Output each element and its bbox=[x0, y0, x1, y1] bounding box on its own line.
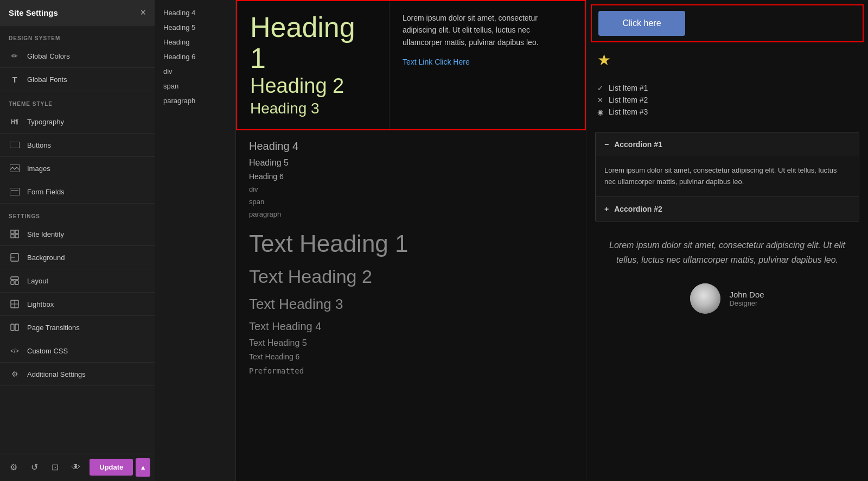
preview-icon[interactable]: 👁 bbox=[67, 458, 85, 477]
layout-icon bbox=[9, 275, 21, 287]
background-label: Background bbox=[27, 254, 65, 262]
list-item-3: ◉ List Item #3 bbox=[597, 106, 857, 118]
text-link[interactable]: Text Link Click Here bbox=[403, 58, 470, 66]
design-system-label: DESIGN SYSTEM bbox=[0, 26, 155, 45]
sidebar-item-global-fonts[interactable]: T Global Fonts bbox=[0, 68, 155, 91]
element-span[interactable]: span bbox=[155, 79, 235, 93]
text-heading-3: Text Heading 3 bbox=[249, 292, 573, 317]
sidebar-item-layout[interactable]: Layout bbox=[0, 269, 155, 293]
click-here-button[interactable]: Click here bbox=[598, 11, 685, 36]
global-fonts-label: Global Fonts bbox=[27, 75, 67, 84]
update-chevron[interactable]: ▲ bbox=[136, 458, 150, 477]
heading-4: Heading 4 bbox=[249, 137, 573, 156]
element-paragraph[interactable]: paragraph bbox=[155, 93, 235, 108]
responsive-icon[interactable]: ⊡ bbox=[46, 458, 65, 477]
star-section: ★ bbox=[586, 42, 868, 78]
accordion-section: − Accordion #1 Lorem ipsum dolor sit ame… bbox=[595, 132, 859, 221]
click-here-section: Click here bbox=[591, 4, 864, 42]
person-role: Designer bbox=[729, 299, 764, 307]
sidebar-item-site-identity[interactable]: Site Identity bbox=[0, 223, 155, 246]
accordion-header-2[interactable]: + Accordion #2 bbox=[596, 197, 859, 221]
sidebar: Site Settings × DESIGN SYSTEM ✏ Global C… bbox=[0, 0, 155, 481]
buttons-icon bbox=[9, 139, 21, 151]
sidebar-bottom-bar: ⚙ ↺ ⊡ 👁 Update ▲ bbox=[0, 453, 155, 481]
svg-rect-7 bbox=[15, 235, 18, 238]
heading-3: Heading 3 bbox=[250, 99, 376, 118]
custom-css-label: Custom CSS bbox=[27, 347, 68, 355]
theme-style-label: THEME STYLE bbox=[0, 91, 155, 110]
element-heading6[interactable]: Heading 6 bbox=[155, 49, 235, 64]
text-heading-2: Text Heading 2 bbox=[249, 262, 573, 292]
images-icon bbox=[9, 162, 21, 174]
list-item-3-label: List Item #3 bbox=[609, 107, 648, 116]
typography-icon: H¶ bbox=[9, 116, 21, 128]
svg-rect-4 bbox=[11, 230, 14, 233]
sidebar-title: Site Settings bbox=[9, 8, 58, 17]
text-headings-section: Text Heading 1 Text Heading 2 Text Headi… bbox=[236, 220, 586, 389]
svg-rect-12 bbox=[11, 281, 14, 284]
text-heading-4: Text Heading 4 bbox=[249, 317, 573, 336]
accordion-title-2: Accordion #2 bbox=[614, 205, 662, 213]
global-colors-label: Global Colors bbox=[27, 52, 70, 60]
background-icon bbox=[9, 251, 21, 263]
element-div[interactable]: div bbox=[155, 64, 235, 79]
star-icon: ★ bbox=[597, 52, 611, 68]
svg-rect-18 bbox=[15, 324, 18, 331]
svg-rect-2 bbox=[10, 188, 20, 195]
sidebar-header: Site Settings × bbox=[0, 0, 155, 26]
svg-rect-5 bbox=[15, 230, 18, 233]
form-fields-label: Form Fields bbox=[27, 188, 65, 196]
list-item-2: ✕ List Item #2 bbox=[597, 94, 857, 106]
sidebar-content: DESIGN SYSTEM ✏ Global Colors T Global F… bbox=[0, 26, 155, 481]
heading-1: Heading 1 bbox=[250, 12, 376, 74]
custom-css-icon: </> bbox=[9, 345, 21, 357]
settings-label: SETTINGS bbox=[0, 204, 155, 223]
center-main: Heading 1 Heading 2 Heading 3 Lorem ipsu… bbox=[236, 0, 586, 481]
quote-text: Lorem ipsum dolor sit amet, consectetur … bbox=[609, 240, 845, 264]
site-identity-label: Site Identity bbox=[27, 230, 64, 238]
headings-block: Heading 1 Heading 2 Heading 3 bbox=[237, 1, 389, 129]
text-heading-6: Text Heading 6 bbox=[249, 350, 573, 363]
preformatted-text: Preformatted bbox=[249, 363, 573, 378]
paragraph-label: paragraph bbox=[249, 208, 573, 220]
close-icon[interactable]: × bbox=[140, 8, 146, 17]
sidebar-item-typography[interactable]: H¶ Typography bbox=[0, 110, 155, 134]
list-item-2-label: List Item #2 bbox=[609, 96, 648, 104]
div-label: div bbox=[249, 183, 573, 195]
sidebar-item-additional-settings[interactable]: ⚙ Additional Settings bbox=[0, 363, 155, 386]
layout-label: Layout bbox=[27, 277, 48, 285]
accordion-text-1: Lorem ipsum dolor sit amet, consectetur … bbox=[604, 166, 837, 186]
page-transitions-label: Page Transitions bbox=[27, 324, 80, 332]
settings-bottom-icon[interactable]: ⚙ bbox=[4, 458, 23, 477]
svg-rect-0 bbox=[10, 142, 20, 148]
element-heading4[interactable]: Heading 4 bbox=[155, 5, 235, 20]
element-heading5[interactable]: Heading 5 bbox=[155, 20, 235, 35]
lorem-block: Lorem ipsum dolor sit amet, consectetur … bbox=[389, 1, 585, 129]
text-heading-1: Text Heading 1 bbox=[249, 226, 573, 262]
sidebar-item-page-transitions[interactable]: Page Transitions bbox=[0, 316, 155, 339]
sidebar-item-custom-css[interactable]: </> Custom CSS bbox=[0, 339, 155, 363]
sidebar-item-form-fields[interactable]: Form Fields bbox=[0, 180, 155, 204]
span-label: span bbox=[249, 195, 573, 208]
typography-label: Typography bbox=[27, 118, 64, 126]
lorem-text: Lorem ipsum dolor sit amet, consectetur … bbox=[403, 12, 572, 48]
sidebar-item-background[interactable]: Background bbox=[0, 246, 155, 269]
update-button[interactable]: Update bbox=[90, 459, 133, 476]
buttons-label: Buttons bbox=[27, 141, 51, 149]
accordion-header-1[interactable]: − Accordion #1 bbox=[596, 132, 859, 156]
svg-rect-13 bbox=[15, 281, 18, 284]
sidebar-item-lightbox[interactable]: Lightbox bbox=[0, 293, 155, 316]
accordion-item-1: − Accordion #1 Lorem ipsum dolor sit ame… bbox=[596, 132, 859, 197]
sidebar-item-global-colors[interactable]: ✏ Global Colors bbox=[0, 45, 155, 68]
list-item-1: ✓ List Item #1 bbox=[597, 82, 857, 94]
person-card: John Doe Designer bbox=[586, 278, 868, 319]
accordion-body-1: Lorem ipsum dolor sit amet, consectetur … bbox=[596, 156, 859, 197]
sidebar-item-images[interactable]: Images bbox=[0, 157, 155, 180]
additional-settings-label: Additional Settings bbox=[27, 370, 86, 378]
undo-icon[interactable]: ↺ bbox=[25, 458, 43, 477]
sidebar-item-buttons[interactable]: Buttons bbox=[0, 134, 155, 157]
form-fields-icon bbox=[9, 186, 21, 198]
element-heading[interactable]: Heading bbox=[155, 35, 235, 49]
accordion-plus-icon: + bbox=[604, 205, 609, 213]
heading-6: Heading 6 bbox=[249, 170, 573, 183]
